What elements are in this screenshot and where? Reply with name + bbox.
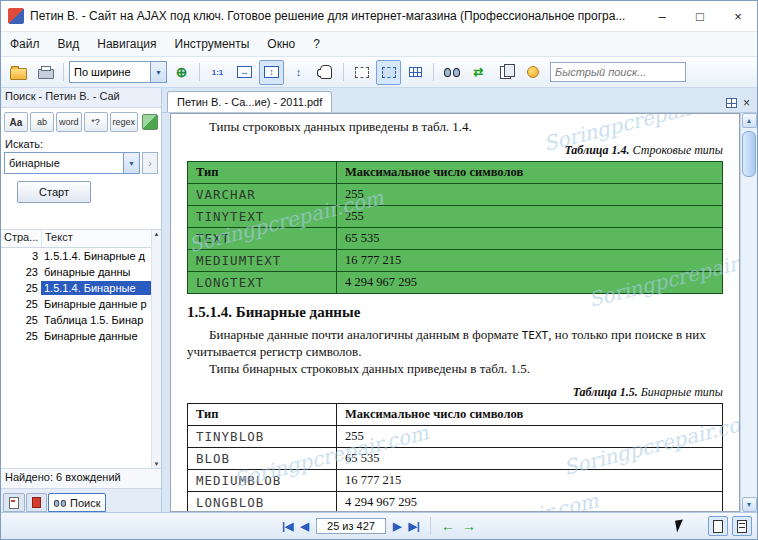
regex-toggle[interactable]: regex <box>110 112 139 132</box>
hand-icon <box>320 65 332 79</box>
open-file-button[interactable] <box>6 60 31 85</box>
quick-search-button[interactable] <box>520 60 545 85</box>
search-query-combo[interactable]: ▼ <box>4 152 140 174</box>
caption-number: Таблица 1.4. <box>564 143 629 157</box>
title-bar[interactable]: Петин В. - Сайт на AJAX под ключ. Готово… <box>1 1 757 32</box>
th-type: Тип <box>188 403 337 425</box>
grid-icon <box>409 67 422 77</box>
content-area: Поиск - Петин В. - Сай Aa ab word *? reg… <box>1 88 757 512</box>
toolbar-separator <box>199 63 200 81</box>
result-text: Таблица 1.5. Бинар <box>41 313 152 327</box>
scroll-up-icon[interactable]: ▲ <box>154 231 160 237</box>
fit-page-button[interactable]: ↕ <box>259 60 284 85</box>
next-page-button[interactable]: ▶ <box>393 520 401 533</box>
swap-pages-button[interactable]: ⇄ <box>466 60 491 85</box>
page-indicator[interactable]: 25 из 427 <box>316 518 386 534</box>
document-scroll-region[interactable]: Soringpcrepair.com Soringpcrepair.com So… <box>162 113 740 512</box>
result-row[interactable]: 25 Бинарные данные <box>1 328 161 344</box>
fit-height-button[interactable]: ↕ <box>286 60 311 85</box>
search-query-input[interactable] <box>5 157 123 169</box>
table-row: TINYTEXT 255 <box>188 205 723 227</box>
single-page-layout-button[interactable] <box>708 516 728 536</box>
quick-search-icon <box>527 66 539 78</box>
paragraph-text: Бинарные данные почти аналогичны данным … <box>209 327 522 342</box>
tab-search[interactable]: Поиск <box>48 493 106 512</box>
search-query-row: ▼ › <box>1 152 161 174</box>
result-row-selected[interactable]: 25 1.5.1.4. Бинарные <box>1 280 161 296</box>
chevron-down-icon[interactable]: ▼ <box>123 153 139 173</box>
menu-navigation[interactable]: Навигация <box>88 34 165 54</box>
statusbar-separator <box>430 517 431 535</box>
start-search-button[interactable]: Старт <box>17 181 91 203</box>
history-forward-icon[interactable]: → <box>462 520 476 532</box>
window-controls: – □ × <box>643 1 757 31</box>
menu-tools[interactable]: Инструменты <box>166 34 259 54</box>
close-document-icon[interactable]: × <box>743 98 750 108</box>
first-page-button[interactable]: |◀ <box>282 520 294 533</box>
result-text: Бинарные данные р <box>41 297 152 311</box>
pan-tool-button[interactable] <box>313 60 338 85</box>
history-back-icon[interactable]: ← <box>441 520 455 532</box>
pdf-page[interactable]: Soringpcrepair.com Soringpcrepair.com So… <box>170 113 740 512</box>
last-page-button[interactable]: ▶| <box>408 520 420 533</box>
select-image-button[interactable] <box>376 60 401 85</box>
menu-window[interactable]: Окно <box>258 34 304 54</box>
search-history-button[interactable]: › <box>142 152 158 174</box>
folder-icon <box>10 68 27 80</box>
actual-size-button[interactable]: 1:1 <box>205 60 230 85</box>
zoom-mode-select[interactable]: По ширине ▼ <box>69 61 167 83</box>
page-content: Типы строковых данных приведены в табл. … <box>171 114 739 512</box>
table-row: LONGTEXT 4 294 967 295 <box>188 271 723 293</box>
snapshot-button[interactable] <box>403 60 428 85</box>
zoom-mode-value: По ширине <box>70 66 150 78</box>
minimize-button[interactable]: – <box>643 1 681 31</box>
result-row[interactable]: 25 Таблица 1.5. Бинар <box>1 312 161 328</box>
vertical-scrollbar[interactable]: ▲ ▼ <box>740 113 757 512</box>
search-panel: Поиск - Петин В. - Сай Aa ab word *? reg… <box>1 88 162 512</box>
maximize-button[interactable]: □ <box>681 1 719 31</box>
window-list-icon[interactable] <box>726 98 737 108</box>
previous-page-button[interactable]: ◀ <box>301 520 309 533</box>
column-header-text[interactable]: Текст <box>42 230 152 247</box>
select-text-button[interactable] <box>349 60 374 85</box>
tab-bookmarks[interactable] <box>26 493 47 512</box>
search-settings-icon[interactable] <box>142 114 158 130</box>
zoom-in-button[interactable]: ⊕ <box>169 60 194 85</box>
page-navigation: |◀ ◀ 25 из 427 ▶ ▶| ← → <box>282 517 476 535</box>
result-row[interactable]: 3 1.5.1.4. Бинарные д <box>1 248 161 264</box>
chevron-down-icon[interactable]: ▼ <box>150 62 166 82</box>
scroll-down-icon[interactable]: ▼ <box>742 497 757 512</box>
menu-file[interactable]: Файл <box>1 34 49 54</box>
results-scrollbar[interactable]: ▲ ▼ <box>151 230 161 468</box>
body-paragraph: Бинарные данные почти аналогичны данным … <box>187 327 723 361</box>
print-button[interactable] <box>33 60 58 85</box>
status-bar: |◀ ◀ 25 из 427 ▶ ▶| ← → <box>1 512 757 539</box>
scrollbar-thumb[interactable] <box>742 131 756 177</box>
column-header-page[interactable]: Стра... <box>1 230 42 247</box>
quick-search-input[interactable] <box>550 62 686 82</box>
result-row[interactable]: 25 Бинарные данные р <box>1 296 161 312</box>
menu-help[interactable]: ? <box>304 34 329 54</box>
body-paragraph: Типы строковых данных приведены в табл. … <box>187 119 723 136</box>
scroll-down-icon[interactable]: ▼ <box>154 461 160 467</box>
find-button[interactable] <box>439 60 464 85</box>
match-case-toggle[interactable]: Aa <box>4 112 28 132</box>
menu-view[interactable]: Вид <box>49 34 89 54</box>
fit-width-button[interactable]: ↔ <box>232 60 257 85</box>
document-viewport: Soringpcrepair.com Soringpcrepair.com So… <box>162 113 757 512</box>
table-header-row: Тип Максимальное число символов <box>188 161 723 183</box>
whole-word-toggle[interactable]: ab <box>30 112 54 132</box>
close-button[interactable]: × <box>719 1 757 31</box>
word-toggle[interactable]: word <box>56 112 82 132</box>
result-row[interactable]: 23 бинарные данны <box>1 264 161 280</box>
document-tab[interactable]: Петин В. - Са...ие) - 2011.pdf <box>167 91 332 112</box>
toolbar: По ширине ▼ ⊕ 1:1 ↔ ↕ ↕ ⇄ <box>1 57 757 88</box>
swap-arrows-icon: ⇄ <box>473 65 483 79</box>
tab-contents[interactable] <box>3 493 25 512</box>
table-row: TEXT 65 535 <box>188 227 723 249</box>
continuous-layout-button[interactable] <box>732 516 752 536</box>
scrollbar-track[interactable] <box>741 128 757 497</box>
wildcard-toggle[interactable]: *? <box>84 112 108 132</box>
scroll-up-icon[interactable]: ▲ <box>742 113 757 128</box>
copy-button[interactable] <box>493 60 518 85</box>
